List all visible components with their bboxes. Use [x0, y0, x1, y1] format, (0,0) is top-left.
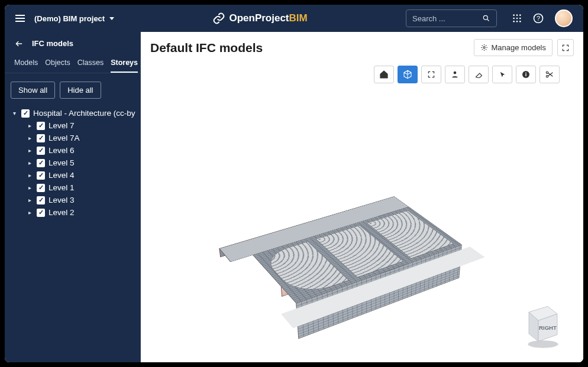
tree-item-label: Level 7 [49, 121, 75, 130]
gear-icon [480, 44, 488, 51]
tree-root[interactable]: ▾ ✓ Hospital - Architecture (cc-by [11, 107, 137, 119]
tool-eraser[interactable] [469, 66, 489, 83]
sidebar: IFC models Models Objects Classes Storey… [5, 32, 141, 362]
svg-point-19 [528, 340, 558, 348]
chevron-right-icon[interactable]: ▸ [26, 209, 33, 216]
fit-icon [427, 70, 435, 79]
app-header: (Demo) BIM project OpenProjectBIM Search… [5, 5, 583, 32]
checkbox-icon[interactable]: ✓ [37, 122, 45, 130]
tree-item[interactable]: ▸✓Level 2 [11, 206, 137, 219]
person-icon [451, 70, 459, 79]
tool-info[interactable]: i [516, 66, 536, 83]
nav-cube[interactable]: RIGHT [519, 297, 567, 350]
tree-item-label: Level 1 [49, 183, 75, 192]
svg-point-5 [513, 18, 515, 20]
chevron-right-icon[interactable]: ▸ [26, 135, 33, 141]
tab-classes[interactable]: Classes [77, 59, 104, 73]
svg-point-10 [519, 21, 521, 22]
chevron-right-icon[interactable]: ▸ [26, 122, 33, 129]
search-placeholder: Search ... [412, 14, 445, 23]
tool-person[interactable] [445, 66, 465, 83]
tree-item[interactable]: ▸✓Level 1 [11, 181, 137, 194]
tree-item-label: Level 2 [49, 208, 75, 217]
home-icon [379, 70, 389, 79]
chevron-right-icon[interactable]: ▸ [26, 184, 33, 191]
show-all-button[interactable]: Show all [11, 82, 55, 99]
checkbox-icon[interactable]: ✓ [37, 209, 45, 217]
storey-tree: ▾ ✓ Hospital - Architecture (cc-by ▸✓Lev… [5, 107, 140, 219]
svg-text:?: ? [537, 15, 540, 22]
checkbox-icon[interactable]: ✓ [37, 147, 45, 155]
svg-point-8 [513, 21, 515, 22]
svg-point-6 [516, 18, 518, 20]
tree-item-label: Level 6 [49, 146, 75, 155]
tool-fit[interactable] [421, 66, 441, 83]
tab-storeys[interactable]: Storeys [111, 59, 138, 73]
tree-item-label: Level 5 [49, 158, 75, 167]
tab-objects[interactable]: Objects [45, 59, 70, 73]
svg-point-9 [516, 21, 518, 22]
building-model [251, 159, 488, 336]
pointer-icon [499, 70, 506, 79]
checkbox-icon[interactable]: ✓ [37, 184, 45, 192]
svg-point-7 [519, 18, 521, 20]
tree-item-label: Level 7A [49, 134, 80, 142]
svg-line-1 [487, 20, 489, 21]
svg-text:RIGHT: RIGHT [539, 324, 557, 331]
svg-point-3 [516, 14, 518, 16]
checkbox-icon[interactable]: ✓ [37, 159, 45, 167]
svg-point-2 [513, 14, 515, 16]
hide-all-button[interactable]: Hide all [60, 82, 101, 99]
project-selector[interactable]: (Demo) BIM project [34, 14, 114, 23]
project-name: (Demo) BIM project [34, 14, 105, 23]
chevron-right-icon[interactable]: ▸ [26, 172, 33, 178]
sidebar-tabs: Models Objects Classes Storeys [5, 55, 140, 73]
viewer-toolbar: i [141, 63, 583, 88]
checkbox-icon[interactable]: ✓ [37, 196, 45, 204]
eraser-icon [474, 70, 483, 79]
expand-icon [561, 44, 570, 52]
expand-button[interactable] [557, 39, 574, 56]
search-input[interactable]: Search ... [406, 9, 497, 27]
tree-item[interactable]: ▸✓Level 6 [11, 144, 137, 157]
page-title: Default IFC models [150, 41, 263, 55]
caret-down-icon [109, 17, 114, 20]
tree-item[interactable]: ▸✓Level 7 [11, 119, 137, 132]
tree-item-label: Level 4 [49, 171, 75, 180]
checkbox-icon[interactable]: ✓ [37, 134, 45, 142]
svg-point-0 [483, 15, 487, 20]
main-panel: Default IFC models Manage models [141, 32, 583, 362]
svg-point-13 [483, 47, 484, 48]
tree-item[interactable]: ▸✓Level 5 [11, 157, 137, 169]
chevron-right-icon[interactable]: ▸ [26, 160, 33, 166]
back-arrow-icon[interactable] [14, 40, 24, 48]
tab-models[interactable]: Models [14, 59, 38, 73]
tool-home[interactable] [374, 66, 394, 83]
brand-logo: OpenProjectBIM [124, 12, 396, 25]
svg-text:i: i [525, 72, 527, 77]
apps-icon[interactable] [512, 14, 522, 23]
search-icon [482, 14, 490, 22]
chevron-right-icon[interactable]: ▸ [26, 147, 33, 154]
cube-icon [403, 70, 412, 79]
svg-point-4 [519, 14, 521, 16]
menu-toggle-icon[interactable] [15, 15, 25, 22]
tree-item[interactable]: ▸✓Level 7A [11, 132, 137, 144]
sidebar-title: IFC models [32, 39, 73, 48]
help-icon[interactable]: ? [532, 12, 544, 24]
chevron-down-icon[interactable]: ▾ [11, 110, 18, 116]
tool-cube[interactable] [398, 66, 418, 83]
tool-scissors[interactable] [539, 66, 560, 83]
link-icon [212, 12, 225, 25]
3d-viewer[interactable]: RIGHT [141, 88, 583, 362]
user-avatar[interactable] [555, 9, 573, 27]
svg-point-14 [454, 72, 457, 74]
tree-item[interactable]: ▸✓Level 4 [11, 169, 137, 181]
tool-pointer[interactable] [492, 66, 512, 83]
tree-item[interactable]: ▸✓Level 3 [11, 194, 137, 206]
checkbox-icon[interactable]: ✓ [21, 109, 30, 118]
checkbox-icon[interactable]: ✓ [37, 171, 45, 180]
chevron-right-icon[interactable]: ▸ [26, 197, 33, 203]
info-icon: i [521, 70, 531, 79]
manage-models-button[interactable]: Manage models [474, 39, 553, 56]
